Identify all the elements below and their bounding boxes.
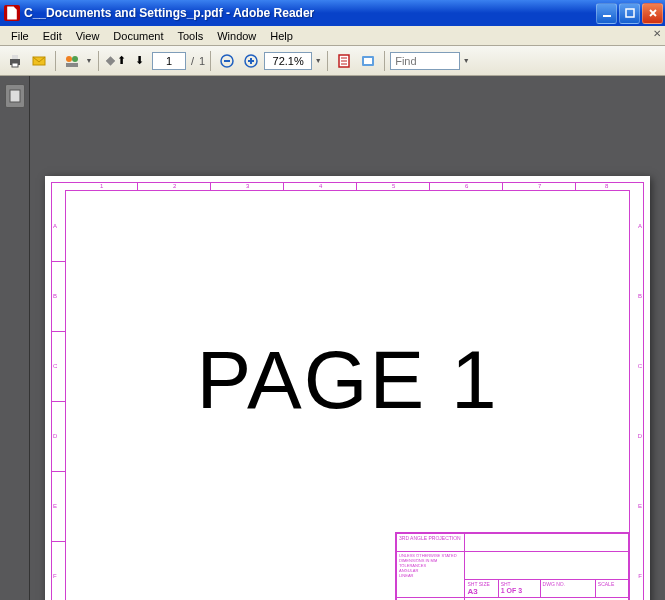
ruler-tick: 3 <box>246 183 249 189</box>
svg-rect-3 <box>12 55 18 59</box>
toolbar-separator <box>210 51 211 71</box>
svg-rect-1 <box>626 9 634 17</box>
zoom-dropdown-icon[interactable]: ▼ <box>314 57 322 64</box>
ruler-tick: D <box>53 433 57 439</box>
ruler-tick: A <box>53 223 57 229</box>
svg-rect-0 <box>603 15 611 17</box>
close-button[interactable] <box>642 3 663 24</box>
nav-sidebar <box>0 76 30 600</box>
ruler-tick: 2 <box>173 183 176 189</box>
next-page-button[interactable]: ⬇ <box>128 50 150 72</box>
menu-bar: File Edit View Document Tools Window Hel… <box>0 26 665 46</box>
ruler-tick: 6 <box>465 183 468 189</box>
menu-window[interactable]: Window <box>210 28 263 44</box>
ruler-tick: E <box>53 503 57 509</box>
page-separator: / <box>191 55 194 67</box>
ruler-mark <box>210 182 211 190</box>
toolbar-separator <box>55 51 56 71</box>
svg-rect-8 <box>66 63 78 67</box>
document-viewport[interactable]: PAGE 1 1 2 3 4 5 6 7 8 1 2 3 4 5 A B C D… <box>30 76 665 600</box>
pdf-page: PAGE 1 1 2 3 4 5 6 7 8 1 2 3 4 5 A B C D… <box>45 176 650 600</box>
page-number-input[interactable] <box>152 52 186 70</box>
collab-button[interactable] <box>61 50 83 72</box>
svg-rect-10 <box>224 60 230 62</box>
ruler-tick: A <box>638 223 642 229</box>
svg-rect-17 <box>10 90 20 102</box>
ruler-mark <box>51 471 65 472</box>
ruler-tick: 8 <box>605 183 608 189</box>
minimize-button[interactable] <box>596 3 617 24</box>
content-area: PAGE 1 1 2 3 4 5 6 7 8 1 2 3 4 5 A B C D… <box>0 76 665 600</box>
page-total: 1 <box>199 55 205 67</box>
maximize-button[interactable] <box>619 3 640 24</box>
ruler-mark <box>283 182 284 190</box>
menu-tools[interactable]: Tools <box>171 28 211 44</box>
ruler-tick: B <box>638 293 642 299</box>
fit-page-button[interactable] <box>333 50 355 72</box>
find-dropdown-icon[interactable]: ▼ <box>462 57 470 64</box>
svg-rect-16 <box>364 58 372 64</box>
ruler-tick: F <box>638 573 642 579</box>
page-heading-text: PAGE 1 <box>196 333 498 427</box>
ruler-mark <box>356 182 357 190</box>
ruler-mark <box>51 401 65 402</box>
ruler-tick: E <box>638 503 642 509</box>
ruler-tick: C <box>53 363 57 369</box>
svg-rect-13 <box>250 58 252 64</box>
menu-view[interactable]: View <box>69 28 107 44</box>
toolbar-separator <box>327 51 328 71</box>
doc-close-icon[interactable]: ✕ <box>653 28 661 39</box>
toolbar: ▼ ⬆ ⬇ / 1 ▼ ▼ <box>0 46 665 76</box>
toolbar-separator <box>384 51 385 71</box>
reading-mode-button[interactable] <box>357 50 379 72</box>
zoom-out-button[interactable] <box>216 50 238 72</box>
ruler-mark <box>137 182 138 190</box>
window-titlebar: C__Documents and Settings_p.pdf - Adobe … <box>0 0 665 26</box>
ruler-tick: F <box>53 573 57 579</box>
ruler-tick: 1 <box>100 183 103 189</box>
svg-point-7 <box>72 56 78 62</box>
email-button[interactable] <box>28 50 50 72</box>
window-title: C__Documents and Settings_p.pdf - Adobe … <box>24 6 596 20</box>
page-icon <box>9 89 21 103</box>
find-input[interactable] <box>390 52 460 70</box>
ruler-tick: B <box>53 293 57 299</box>
print-button[interactable] <box>4 50 26 72</box>
menu-edit[interactable]: Edit <box>36 28 69 44</box>
ruler-mark <box>429 182 430 190</box>
zoom-in-button[interactable] <box>240 50 262 72</box>
prev-page-button[interactable]: ⬆ <box>104 50 126 72</box>
ruler-tick: 7 <box>538 183 541 189</box>
svg-rect-4 <box>12 63 18 67</box>
menu-help[interactable]: Help <box>263 28 300 44</box>
menu-document[interactable]: Document <box>106 28 170 44</box>
ruler-tick: D <box>638 433 642 439</box>
projection-cell: 3RD ANGLE PROJECTION <box>397 534 465 552</box>
pages-panel-tab[interactable] <box>5 84 25 108</box>
ruler-mark <box>51 541 65 542</box>
ruler-tick: 4 <box>319 183 322 189</box>
ruler-mark <box>502 182 503 190</box>
drawing-title-block: 3RD ANGLE PROJECTION UNLESS OTHERWISE ST… <box>395 532 630 600</box>
collab-dropdown-icon[interactable]: ▼ <box>85 57 93 64</box>
app-icon <box>4 5 20 21</box>
ruler-mark <box>575 182 576 190</box>
ruler-mark <box>51 331 65 332</box>
toolbar-separator <box>98 51 99 71</box>
svg-point-6 <box>66 56 72 62</box>
zoom-input[interactable] <box>264 52 312 70</box>
ruler-mark <box>51 261 65 262</box>
menu-file[interactable]: File <box>4 28 36 44</box>
ruler-tick: C <box>638 363 642 369</box>
ruler-tick: 5 <box>392 183 395 189</box>
